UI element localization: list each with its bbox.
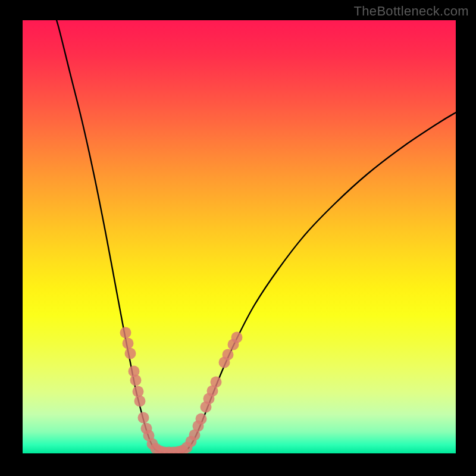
data-points-group xyxy=(120,327,243,454)
bottleneck-curve-svg xyxy=(23,20,456,453)
data-point xyxy=(130,375,142,386)
data-point xyxy=(211,377,222,388)
data-point xyxy=(123,338,134,349)
chart-plot-area xyxy=(23,20,456,453)
data-point xyxy=(120,327,131,339)
data-point xyxy=(223,349,234,361)
data-point xyxy=(133,386,144,397)
data-point xyxy=(138,412,149,424)
bottleneck-curve xyxy=(52,20,456,453)
data-point xyxy=(196,414,207,425)
data-point xyxy=(134,396,146,407)
watermark-text: TheBottleneck.com xyxy=(354,4,469,19)
data-point xyxy=(125,348,136,359)
data-point xyxy=(231,332,243,343)
